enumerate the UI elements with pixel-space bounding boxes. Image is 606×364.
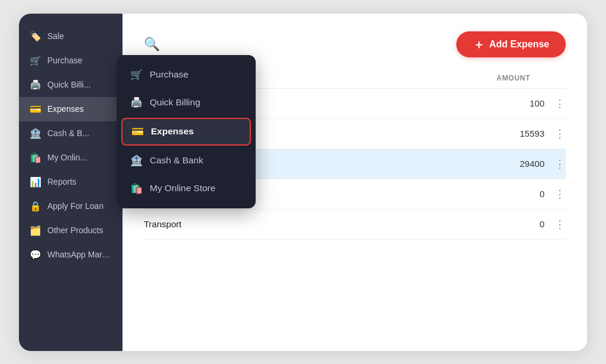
amount-cell: 15593: [344, 118, 549, 149]
dropdown-item-myonlinestore[interactable]: 🛍️ My Online Store: [117, 175, 256, 202]
sidebar-item-label: Quick Billi...: [47, 80, 91, 89]
actions-cell: ⋮: [549, 209, 566, 239]
dropdown-item-label: Cash & Bank: [150, 155, 203, 166]
sidebar-item-expenses[interactable]: 💳 Expenses: [19, 97, 123, 121]
top-bar: 🔍 ＋ Add Expense: [144, 31, 566, 57]
dropdown-menu: 🛒 Purchase 🖨️ Quick Billing 💳 Expenses 🏦…: [117, 55, 256, 208]
actions-cell: ⋮: [549, 88, 566, 118]
sidebar-item-whatsapp[interactable]: 💬 WhatsApp Marketin...: [19, 243, 123, 267]
add-expense-button[interactable]: ＋ Add Expense: [456, 31, 566, 57]
cashbank-icon: 🏦: [30, 128, 41, 139]
row-actions-icon[interactable]: ⋮: [555, 218, 566, 230]
amount-cell: 0: [344, 209, 549, 239]
row-actions-icon[interactable]: ⋮: [555, 188, 566, 200]
whatsapp-icon: 💬: [30, 249, 41, 260]
add-expense-label: Add Expense: [489, 39, 549, 50]
reports-icon: 📊: [30, 176, 41, 188]
dropdown-item-purchase[interactable]: 🛒 Purchase: [117, 61, 256, 89]
applyloan-icon: 🔒: [30, 201, 41, 212]
purchase-icon: 🛒: [30, 55, 41, 66]
sidebar-item-otherproducts[interactable]: 🗂️ Other Products: [19, 218, 123, 243]
sidebar: 🏷️ Sale 🛒 Purchase 🖨️ Quick Billi... 💳 E…: [19, 14, 123, 351]
amount-cell: 100: [344, 88, 549, 118]
row-actions-icon[interactable]: ⋮: [555, 158, 566, 170]
actions-col-header: [549, 70, 566, 89]
plus-icon: ＋: [473, 38, 485, 50]
sidebar-item-applyloan[interactable]: 🔒 Apply For Loan: [19, 194, 123, 218]
sidebar-item-label: Expenses: [47, 104, 83, 114]
dropdown-myonlinestore-icon: 🛍️: [130, 182, 143, 195]
sidebar-item-label: Purchase: [47, 56, 82, 65]
sidebar-item-sale[interactable]: 🏷️ Sale: [19, 24, 123, 49]
sidebar-item-label: Other Products: [47, 226, 103, 235]
dropdown-item-label: Purchase: [150, 69, 188, 80]
actions-cell: ⋮: [549, 118, 566, 149]
amount-cell: 29400: [344, 149, 549, 179]
sidebar-item-quickbilling[interactable]: 🖨️ Quick Billi...: [19, 73, 123, 97]
sidebar-item-label: My Onlin...: [47, 153, 87, 162]
dropdown-item-expenses[interactable]: 💳 Expenses: [121, 118, 251, 146]
sale-icon: 🏷️: [30, 31, 41, 42]
expenses-icon: 💳: [30, 104, 41, 115]
sidebar-item-label: WhatsApp Marketin...: [47, 250, 112, 259]
sidebar-item-cashbank[interactable]: 🏦 Cash & B...: [19, 121, 123, 146]
sidebar-item-myonlinestore[interactable]: 🛍️ My Onlin...: [19, 146, 123, 170]
amount-col-header: AMOUNT: [344, 70, 549, 89]
dropdown-quickbilling-icon: 🖨️: [130, 96, 143, 109]
dropdown-item-label: My Online Store: [150, 183, 215, 194]
actions-cell: ⋮: [549, 179, 566, 209]
sidebar-item-purchase[interactable]: 🛒 Purchase: [19, 49, 123, 73]
sidebar-item-label: Cash & B...: [47, 128, 89, 138]
sidebar-item-label: Reports: [47, 177, 76, 186]
row-actions-icon[interactable]: ⋮: [555, 128, 566, 140]
table-row: Transport 0 ⋮: [144, 209, 566, 239]
myonlinestore-icon: 🛍️: [30, 152, 41, 163]
category-cell: Transport: [144, 209, 344, 239]
amount-cell: 0: [344, 179, 549, 209]
search-icon[interactable]: 🔍: [144, 37, 160, 52]
dropdown-cashbank-icon: 🏦: [130, 154, 143, 167]
otherproducts-icon: 🗂️: [30, 225, 41, 236]
dropdown-item-cashbank[interactable]: 🏦 Cash & Bank: [117, 147, 256, 175]
actions-cell: ⋮: [549, 149, 566, 179]
dropdown-purchase-icon: 🛒: [130, 69, 143, 81]
sidebar-item-reports[interactable]: 📊 Reports: [19, 170, 123, 194]
dropdown-item-label: Quick Billing: [150, 97, 200, 108]
dropdown-expenses-icon: 💳: [131, 125, 144, 138]
row-actions-icon[interactable]: ⋮: [555, 98, 566, 109]
quickbilling-icon: 🖨️: [30, 79, 41, 91]
sidebar-item-label: Apply For Loan: [47, 201, 104, 211]
dropdown-item-label: Expenses: [151, 126, 194, 137]
dropdown-item-quickbilling[interactable]: 🖨️ Quick Billing: [117, 89, 256, 117]
sidebar-item-label: Sale: [47, 31, 64, 41]
